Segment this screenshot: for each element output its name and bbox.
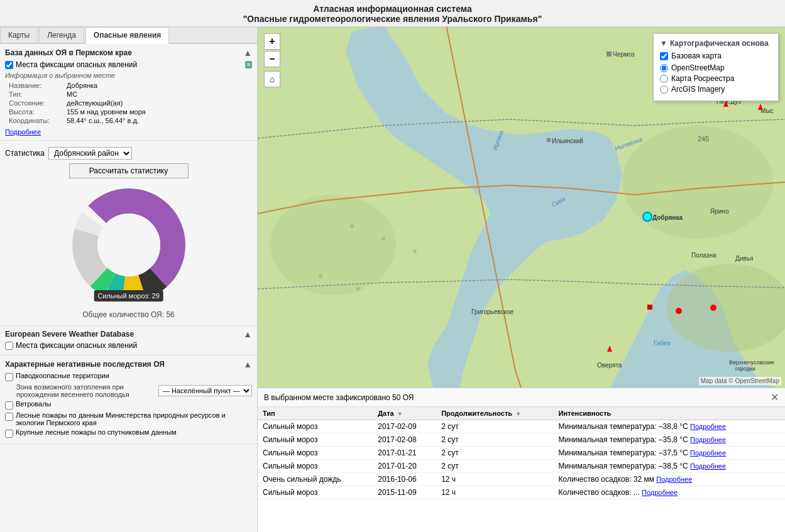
table-row: Сильный мороз 2015-11-09 12 ч Количество…: [258, 486, 785, 499]
svg-point-16: [643, 212, 652, 221]
basemap-checkbox[interactable]: [660, 52, 668, 60]
app-header: Атласная информационная система "Опасные…: [0, 0, 785, 27]
info-row-type: Тип: МС: [9, 90, 146, 98]
floods-checkbox[interactable]: [5, 373, 13, 381]
european-db-collapse-btn[interactable]: ▲: [243, 329, 252, 339]
bottom-panel: В выбранном месте зафиксировано 50 ОЯ ✕ …: [258, 388, 785, 532]
data-table: Тип Дата ▼ Продолжительность ▼ Интенсивн…: [258, 407, 785, 499]
col-type: Тип: [258, 407, 373, 420]
characteristics-section: Характерные негативные последствия ОЯ ▲ …: [0, 356, 257, 444]
header-line2: "Опасные гидрометеорологические явления …: [0, 14, 785, 24]
table-podrobnee-link[interactable]: Подробнее: [690, 462, 726, 470]
svg-text:Габея: Габея: [654, 340, 671, 347]
svg-rect-12: [607, 52, 612, 57]
table-podrobnee-link[interactable]: Подробнее: [642, 489, 678, 496]
table-row: Сильный мороз 2017-02-08 2 сут Минимальн…: [258, 433, 785, 447]
char-item-big-fires: Крупные лесные пожары по спутниковым дан…: [5, 428, 252, 438]
svg-text:Чермоз: Чермоз: [613, 51, 635, 58]
svg-text:Дивья: Дивья: [735, 255, 753, 262]
karto-triangle-icon: ▼: [660, 39, 667, 48]
database-section: База данных ОЯ в Пермском крае ▲ Места ф…: [0, 44, 257, 141]
char-item-fires: Лесные пожары по данным Министерства при…: [5, 411, 252, 426]
svg-text:Ильинский: Ильинский: [552, 138, 583, 144]
big-fires-checkbox[interactable]: [5, 430, 13, 438]
karto-overlay: ▼ Картографическая основа Базовая карта …: [653, 33, 779, 101]
podrobnee-link-location[interactable]: Подробнее: [5, 128, 41, 136]
svg-point-7: [97, 214, 160, 276]
svg-point-10: [622, 126, 773, 239]
karto-header[interactable]: ▼ Картографическая основа: [660, 39, 772, 48]
table-row: Очень сильный дождь 2016-10-06 12 ч Коли…: [258, 473, 785, 486]
col-duration[interactable]: Продолжительность ▼: [436, 407, 553, 420]
table-row: Сильный мороз 2017-02-09 2 сут Минимальн…: [258, 420, 785, 433]
basemap-label: Базовая карта: [671, 52, 722, 60]
tab-legenda[interactable]: Легенда: [39, 27, 84, 43]
char-item-vetrovaly: Ветровалы: [5, 400, 252, 410]
char-item-floods: Паводкоопасные территории: [5, 372, 252, 381]
svg-text:Верхнечусовские: Верхнечусовские: [729, 359, 774, 366]
table-podrobnee-link[interactable]: Подробнее: [690, 449, 726, 457]
bottom-close-btn[interactable]: ✕: [771, 391, 779, 403]
donut-chart-container: Сильный мороз: 29 Общее количество ОЯ: 5…: [5, 182, 252, 319]
svg-point-9: [270, 195, 396, 295]
tab-opasnye[interactable]: Опасные явления: [85, 27, 169, 44]
osm-radio[interactable]: [660, 64, 668, 72]
col-date[interactable]: Дата ▼: [373, 407, 436, 420]
location-info-label: Информация о выбранном месте: [5, 72, 252, 79]
characteristics-collapse-btn[interactable]: ▲: [243, 359, 252, 369]
svg-point-40: [413, 249, 417, 253]
chart-total: Общее количество ОЯ: 56: [82, 310, 175, 319]
mesta-fixacii-label: Места фиксации опасных явлений: [16, 60, 137, 69]
table-row: Сильный мороз 2017-01-21 2 сут Минимальн…: [258, 447, 785, 460]
svg-text:Григорьевское: Григорьевское: [471, 308, 514, 315]
header-line1: Атласная информационная система: [0, 4, 785, 14]
info-row-coords: Координаты: 58.44° с.ш., 56.44° в.д.: [9, 117, 146, 124]
floods-location-select[interactable]: — Населённый пункт —: [158, 385, 252, 396]
database-title: База данных ОЯ в Пермском крае: [5, 48, 132, 57]
location-info-table: Название: Добрянка Тип: МС Состояние: де…: [8, 80, 147, 126]
svg-point-32: [710, 305, 716, 311]
european-db-title: European Severe Weather Database: [5, 330, 134, 339]
rosreestr-label: Карта Росреестра: [671, 74, 734, 83]
tabs-bar: Карты Легенда Опасные явления: [0, 27, 257, 44]
bottom-header: В выбранном месте зафиксировано 50 ОЯ ✕: [258, 388, 785, 407]
european-db-section: European Severe Weather Database ▲ Места…: [0, 326, 257, 356]
arcgis-label: ArcGIS Imagery: [671, 85, 725, 94]
european-mesta-checkbox[interactable]: [5, 342, 13, 350]
zoom-in-button[interactable]: +: [264, 33, 280, 50]
karto-title: Картографическая основа: [670, 39, 769, 48]
karto-arcgis-row: ArcGIS Imagery: [660, 85, 772, 94]
karto-osm-row: OpenStreetMap: [660, 63, 772, 72]
table-podrobnee-link[interactable]: Подробнее: [690, 423, 726, 430]
svg-rect-30: [647, 305, 652, 310]
map-attribution: Map data © OpenStreetMap: [699, 377, 781, 385]
info-row-state: Состояние: действующий(ая): [9, 99, 146, 107]
database-collapse-btn[interactable]: ▲: [243, 48, 252, 58]
arcgis-radio[interactable]: [660, 85, 668, 94]
zoom-out-button[interactable]: −: [264, 51, 280, 67]
donut-wrapper: Сильный мороз: 29: [66, 182, 192, 308]
map-area[interactable]: Чермоз Ильинский Добрянка Ярино Полазна …: [258, 27, 785, 388]
svg-text:Мыс: Мыс: [760, 107, 774, 114]
char-sub-floods: Зона возможного затопления при прохожден…: [16, 383, 252, 398]
table-podrobnee-link[interactable]: Подробнее: [690, 436, 726, 443]
bottom-title: В выбранном месте зафиксировано 50 ОЯ: [264, 393, 414, 402]
statistics-district-select[interactable]: Добрянский район: [48, 147, 132, 160]
svg-point-39: [382, 237, 385, 241]
vetrovaly-checkbox[interactable]: [5, 401, 13, 410]
home-button[interactable]: ⌂: [264, 71, 280, 87]
left-panel: Карты Легенда Опасные явления База данны…: [0, 27, 258, 532]
svg-text:Добрянка: Добрянка: [652, 214, 683, 221]
fires-checkbox[interactable]: [5, 413, 13, 421]
calc-statistics-button[interactable]: Рассчитать статистику: [69, 163, 189, 178]
table-podrobnee-link[interactable]: Подробнее: [656, 475, 692, 483]
statistics-section: Статистика Добрянский район Рассчитать с…: [0, 141, 257, 326]
info-row-name: Название: Добрянка: [9, 82, 146, 89]
mesta-fixacii-checkbox[interactable]: [5, 61, 13, 69]
tab-karty[interactable]: Карты: [0, 27, 38, 43]
rosreestr-radio[interactable]: [660, 75, 668, 83]
donut-svg: [66, 182, 192, 308]
info-icon[interactable]: ≡: [245, 61, 252, 68]
table-scroll[interactable]: Тип Дата ▼ Продолжительность ▼ Интенсивн…: [258, 407, 785, 532]
table-row: Сильный мороз 2017-01-20 2 сут Минимальн…: [258, 460, 785, 473]
